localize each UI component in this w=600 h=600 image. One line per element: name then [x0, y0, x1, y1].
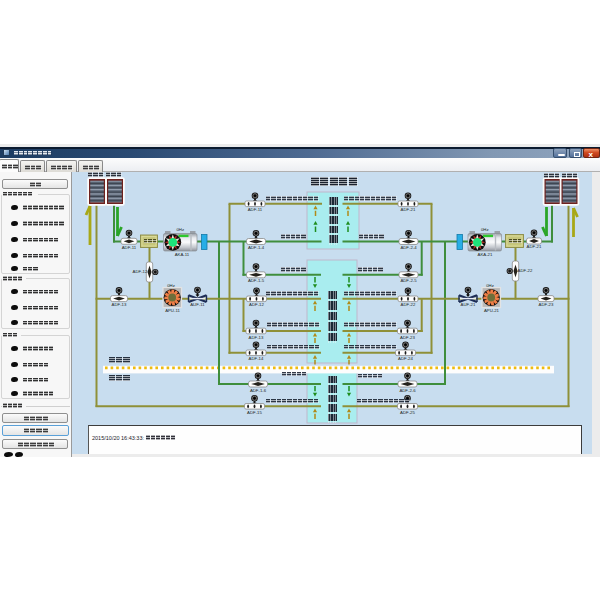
svg-text:APU-11: APU-11 [165, 308, 180, 313]
svg-text:ADF-12: ADF-12 [249, 302, 264, 307]
svg-text:ADF-1-4: ADF-1-4 [248, 245, 265, 250]
svg-text:APU-21: APU-21 [484, 308, 500, 313]
svg-text:AKA-21: AKA-21 [478, 252, 493, 257]
svg-text:AUF-21: AUF-21 [461, 302, 476, 307]
svg-text:ADF-22: ADF-22 [401, 302, 416, 307]
svg-text:0Hz: 0Hz [167, 283, 175, 288]
svg-text:ADF-1-6: ADF-1-6 [250, 388, 267, 393]
svg-text:ADF-21: ADF-21 [527, 244, 542, 249]
svg-text:ADF-14: ADF-14 [249, 356, 264, 361]
svg-text:ADF-12: ADF-12 [133, 269, 148, 274]
svg-text:ADF-24: ADF-24 [398, 356, 413, 361]
svg-text:ADF-11: ADF-11 [248, 207, 263, 212]
svg-text:ADF-2-5: ADF-2-5 [400, 278, 417, 283]
svg-text:0Hz: 0Hz [481, 227, 489, 232]
svg-text:AUF-11: AUF-11 [190, 302, 205, 307]
svg-text:AKA-11: AKA-11 [175, 252, 190, 257]
svg-text:ADF-2-6: ADF-2-6 [399, 388, 416, 393]
svg-text:ADF-22: ADF-22 [518, 268, 533, 273]
svg-text:ADF-23: ADF-23 [400, 335, 415, 340]
svg-text:0Hz: 0Hz [176, 227, 184, 232]
svg-text:ADF-13: ADF-13 [249, 335, 264, 340]
svg-text:ADF-1-5: ADF-1-5 [248, 278, 265, 283]
svg-text:ADF-15: ADF-15 [247, 410, 262, 415]
svg-text:ADF-23: ADF-23 [539, 302, 554, 307]
svg-text:ADF-25: ADF-25 [400, 410, 415, 415]
svg-text:ADF-11: ADF-11 [122, 245, 137, 250]
svg-text:0Hz: 0Hz [486, 283, 494, 288]
svg-text:ADF-13: ADF-13 [112, 302, 127, 307]
svg-text:ADF-21: ADF-21 [401, 207, 416, 212]
svg-text:ADF-2-4: ADF-2-4 [400, 245, 417, 250]
